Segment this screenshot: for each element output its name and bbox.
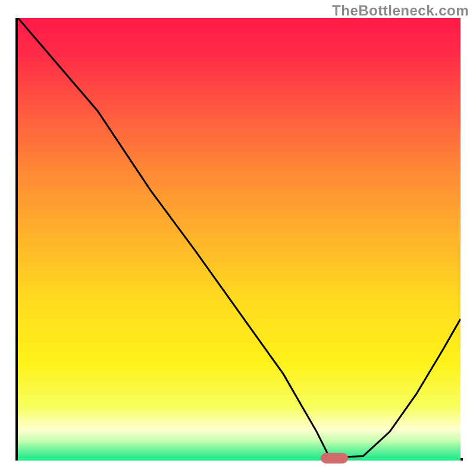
chart-svg (18, 18, 461, 461)
optimal-marker (321, 453, 348, 464)
chart-container: TheBottleneck.com (0, 0, 476, 476)
gradient-background (18, 18, 461, 461)
watermark-text: TheBottleneck.com (332, 2, 469, 19)
